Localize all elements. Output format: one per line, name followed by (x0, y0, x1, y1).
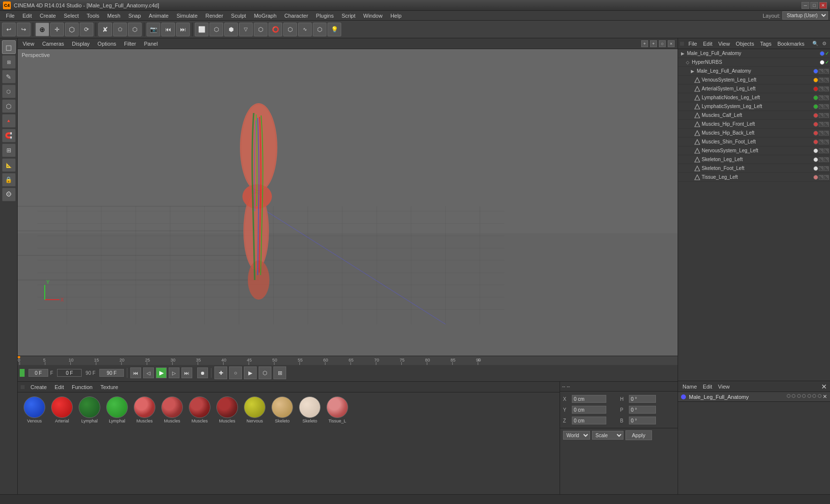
vp-maximize-btn[interactable]: + (650, 40, 657, 47)
material-item[interactable]: Muscles (187, 396, 212, 424)
timeline-ruler[interactable]: 051015202530354045505560657075808590F (18, 356, 678, 365)
viewport-container[interactable]: View Cameras Display Options Filter Pane… (18, 38, 678, 356)
material-item[interactable]: Tissue_L (325, 396, 350, 424)
nurbs-button[interactable]: ⬡ (283, 23, 297, 36)
menu-file[interactable]: File (2, 12, 19, 20)
object-list-item[interactable]: ▶Male_Leg_Full_Anatomy✓ (678, 49, 830, 58)
minimize-button[interactable]: ─ (801, 2, 809, 9)
mat-function-menu[interactable]: Function (70, 383, 94, 391)
paint-tool[interactable]: 🔒 (2, 173, 16, 187)
vp-options-menu[interactable]: Options (95, 40, 118, 48)
y-size-input[interactable] (629, 406, 656, 414)
select-tool-button[interactable]: ⊕ (35, 23, 49, 36)
bridge-tool[interactable]: 🔺 (2, 114, 16, 128)
go-to-start-button[interactable]: ⏮ (130, 367, 141, 378)
play-button[interactable]: ▶ (156, 367, 167, 378)
record-button[interactable]: ⏺ (197, 367, 208, 378)
cube-button[interactable]: ⬜ (195, 23, 208, 36)
mat-edit-menu[interactable]: Edit (53, 383, 66, 391)
rotate-tool-button[interactable]: ⟳ (80, 23, 93, 36)
object-list-item[interactable]: ◇HyperNURBS✓ (678, 58, 830, 67)
camera-button[interactable]: 📷 (147, 23, 160, 36)
object-list-item[interactable]: ArterialSystem_Leg_Left (678, 84, 830, 93)
plane-button[interactable]: ⬡ (254, 23, 267, 36)
go-to-end-button[interactable]: ⏭ (181, 367, 192, 378)
object-list-item[interactable]: ▶Male_Leg_Full_Anatomy (678, 67, 830, 76)
material-item[interactable]: Muscles (159, 396, 185, 424)
attr-name-menu[interactable]: Name (681, 383, 698, 391)
poly-mode-button[interactable]: ⬠ (113, 23, 127, 36)
material-item[interactable]: Skeleto (297, 396, 323, 424)
obj-edit-menu[interactable]: Edit (702, 40, 714, 48)
mat-create-menu[interactable]: Create (29, 383, 49, 391)
vp-filter-menu[interactable]: Filter (122, 40, 138, 48)
attr-edit-menu[interactable]: Edit (701, 383, 713, 391)
object-list-item[interactable]: VenousSystem_Leg_Left (678, 76, 830, 84)
texture-tool[interactable]: ⊞ (2, 55, 16, 69)
window-controls[interactable]: ─ □ ✕ (801, 2, 827, 9)
obj-search-icon[interactable]: 🔍 (811, 40, 819, 48)
menu-animate[interactable]: Animate (145, 12, 173, 20)
keyframe-add-btn[interactable]: ✚ (214, 366, 227, 379)
obj-bookmarks-menu[interactable]: Bookmarks (776, 40, 806, 48)
obj-objects-menu[interactable]: Objects (734, 40, 755, 48)
layout-dropdown[interactable]: Startup (User) (782, 11, 828, 20)
z-pos-input[interactable] (572, 417, 606, 424)
z-size-input[interactable] (629, 417, 656, 424)
material-item[interactable]: Arterial (49, 396, 75, 424)
object-list-item[interactable]: Muscles_Shin_Foot_Left (678, 138, 830, 146)
vp-view-menu[interactable]: View (21, 40, 36, 48)
menu-sculpt[interactable]: Sculpt (227, 12, 250, 20)
material-item[interactable]: Skeleto (269, 396, 295, 424)
keyframe-auto-btn[interactable]: ▶ (244, 366, 257, 379)
prev-frame-button[interactable]: ◁ (143, 367, 154, 378)
weight-tool[interactable]: ⭙ (2, 188, 16, 201)
object-list-item[interactable]: Skeleton_Foot_Left (678, 164, 830, 173)
frame-display[interactable] (57, 369, 82, 377)
menu-script[interactable]: Script (338, 12, 359, 20)
object-list-item[interactable]: Muscles_Hip_Front_Left (678, 120, 830, 129)
obj-settings-icon[interactable]: ⚙ (820, 40, 828, 48)
object-list-item[interactable]: LymphaticNodes_Leg_Left (678, 93, 830, 102)
next-key-button[interactable]: ⏭ (176, 23, 190, 36)
menu-mograph[interactable]: MoGraph (250, 12, 280, 20)
obj-view-menu[interactable]: View (717, 40, 732, 48)
object-list-item[interactable]: Tissue_Leg_Left (678, 173, 830, 182)
cylinder-button[interactable]: ⬢ (224, 23, 238, 36)
maximize-button[interactable]: □ (810, 2, 818, 9)
mat-texture-menu[interactable]: Texture (98, 383, 120, 391)
redo-button[interactable]: ↪ (17, 23, 30, 36)
motion-path-btn[interactable]: ⬡ (259, 366, 271, 379)
menu-tools[interactable]: Tools (83, 12, 103, 20)
material-item[interactable]: Venous (22, 396, 47, 424)
undo-button[interactable]: ↩ (2, 23, 16, 36)
viewport-canvas[interactable]: X Y Perspective (18, 49, 678, 356)
prev-key-button[interactable]: ⏮ (161, 23, 175, 36)
attrs-close-button[interactable]: ✕ (821, 383, 827, 391)
menu-render[interactable]: Render (202, 12, 227, 20)
keyframe-remove-btn[interactable]: ○ (229, 366, 242, 379)
obj-file-menu[interactable]: File (687, 40, 699, 48)
obj-tags-menu[interactable]: Tags (759, 40, 773, 48)
next-frame-button[interactable]: ▷ (169, 367, 179, 378)
knife-tool[interactable]: ⬡ (2, 99, 16, 113)
move-tool-button[interactable]: ✛ (50, 23, 64, 36)
material-item[interactable]: Muscles (214, 396, 240, 424)
edge-mode-button[interactable]: ⬡ (128, 23, 142, 36)
transform-type-dropdown[interactable]: Scale Rotation Position (592, 431, 623, 440)
mirror-tool[interactable]: ⊞ (2, 143, 16, 157)
material-item[interactable]: Lymphal (77, 396, 102, 424)
vp-display-menu[interactable]: Display (70, 40, 91, 48)
menu-plugins[interactable]: Plugins (312, 12, 338, 20)
vp-close-btn[interactable]: × (668, 40, 675, 47)
menu-character[interactable]: Character (280, 12, 312, 20)
menu-snap[interactable]: Snap (124, 12, 145, 20)
current-frame-input[interactable] (29, 369, 48, 377)
scale-tool-button[interactable]: ⬡ (65, 23, 79, 36)
obj-mode-button[interactable]: ✘ (98, 23, 112, 36)
timeline-settings-btn[interactable]: ⊞ (273, 366, 286, 379)
spline-draw-tool[interactable]: ✎ (2, 70, 16, 84)
vp-circle-btn[interactable]: ○ (659, 40, 666, 47)
attr-view-menu[interactable]: View (716, 383, 731, 391)
menu-create[interactable]: Create (36, 12, 60, 20)
